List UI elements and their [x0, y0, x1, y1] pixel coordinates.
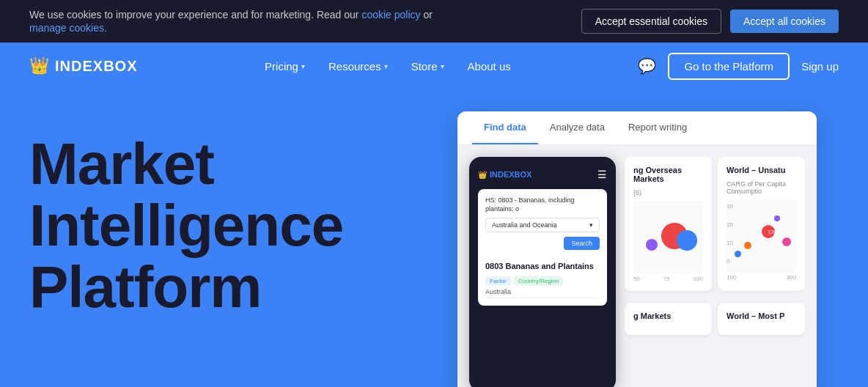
phone-body: HS: 0803 - Bananas, including plantains;…	[478, 189, 607, 306]
phone-row-australia: Australia	[485, 286, 600, 298]
chat-icon[interactable]: 💬	[638, 57, 656, 75]
logo-text: INDEXBOX	[55, 58, 137, 75]
x-label-75: 75	[663, 276, 670, 282]
scatter-chart: 30 20 10 0 China	[727, 199, 796, 273]
nav-link-about[interactable]: About us	[468, 60, 511, 73]
dot-blue	[735, 251, 741, 257]
about-label: About us	[468, 60, 511, 73]
platform-card: Find data Analyze data Report writing 👑 …	[457, 111, 817, 387]
platform-preview: Find data Analyze data Report writing 👑 …	[457, 111, 868, 387]
logo-index: INDEX	[55, 58, 103, 74]
phone-tag-country: Country/Region	[514, 276, 564, 286]
nav-item-store[interactable]: Store ▾	[411, 60, 444, 73]
hero-title-line3: Platform	[29, 254, 262, 320]
phone-header: 👑 INDEXBOX ☰	[478, 169, 607, 180]
y-label-10: 10	[727, 240, 733, 246]
cookie-policy-link[interactable]: cookie policy	[361, 9, 420, 21]
store-label: Store	[411, 60, 438, 73]
pricing-label: Pricing	[265, 60, 298, 73]
phone-region-text: Australia and Oceania	[492, 221, 557, 229]
charts-bottom-row: g Markets World – Most P	[625, 303, 805, 341]
manage-cookies-link[interactable]: manage cookies.	[29, 22, 581, 34]
dot-purple	[774, 215, 780, 221]
chart-title-markets: g Markets	[633, 312, 703, 320]
phone-mockup: 👑 INDEXBOX ☰ HS: 0803 - Bananas, includi…	[469, 157, 616, 387]
platform-content: 👑 INDEXBOX ☰ HS: 0803 - Bananas, includi…	[457, 145, 817, 387]
dot-orange	[744, 242, 751, 249]
cookie-text-before: We use cookies to improve your experienc…	[29, 9, 361, 21]
phone-tags: Factor Country/Region	[485, 276, 600, 286]
chart-subtitle-overseas: (6)	[633, 189, 703, 196]
y-label-30: 30	[727, 203, 733, 210]
chart-subtitle-world: CARG of Per Capita Consumptio	[727, 180, 796, 195]
phone-hs-label: HS: 0803 - Bananas, including plantains;…	[485, 196, 600, 213]
platform-tabs: Find data Analyze data Report writing	[457, 111, 817, 145]
hero-text: Market Intelligence Platform	[29, 133, 343, 318]
chart-bottom-left: g Markets	[625, 303, 712, 335]
logo-box: BOX	[103, 58, 137, 74]
tab-analyze-data[interactable]: Analyze data	[538, 111, 617, 144]
chevron-down-icon: ▾	[441, 62, 444, 70]
dot-pink	[782, 237, 791, 246]
bubble-purple	[646, 239, 658, 251]
x-label-100: 100	[727, 274, 736, 281]
chart-title-world: World – Unsatu	[727, 166, 796, 174]
hero-title-line1: Market	[29, 131, 214, 196]
charts-top-row: ng Overseas Markets (6) 50 75 100	[625, 157, 805, 297]
bubble-chart	[633, 201, 703, 274]
chart-world-unsatu: World – Unsatu CARG of Per Capita Consum…	[718, 157, 805, 291]
cookie-text-after: or	[423, 9, 432, 21]
tab-find-data[interactable]: Find data	[472, 111, 538, 144]
chart-title-overseas: ng Overseas Markets	[633, 166, 703, 183]
nav-links: Pricing ▾ Resources ▾ Store ▾ About us	[265, 60, 511, 73]
y-label-0: 0	[727, 258, 729, 265]
charts-area: ng Overseas Markets (6) 50 75 100	[625, 157, 805, 387]
logo[interactable]: 👑 INDEXBOX	[29, 56, 137, 75]
phone-tag-factor: Factor	[485, 276, 511, 286]
nav-right: 💬 Go to the Platform Sign up	[638, 53, 839, 80]
nav-link-pricing[interactable]: Pricing ▾	[265, 60, 305, 73]
phone-search-button[interactable]: Search	[564, 237, 600, 250]
accept-all-button[interactable]: Accept all cookies	[730, 10, 839, 33]
accept-essential-button[interactable]: Accept essential cookies	[581, 9, 721, 34]
x-label-100: 100	[694, 276, 703, 282]
resources-label: Resources	[328, 60, 381, 73]
china-label: China	[768, 229, 781, 235]
phone-logo-text: INDEXBOX	[490, 170, 532, 179]
cookie-text: We use cookies to improve your experienc…	[29, 9, 581, 34]
chevron-down-icon: ▾	[589, 221, 593, 229]
x-label-50: 50	[633, 276, 640, 282]
nav-link-resources[interactable]: Resources ▾	[328, 60, 388, 73]
y-label-20: 20	[727, 221, 733, 228]
chevron-down-icon: ▾	[384, 62, 388, 70]
hamburger-icon: ☰	[597, 169, 607, 180]
scatter-x-labels: 100 300	[727, 274, 796, 281]
nav-item-pricing[interactable]: Pricing ▾	[265, 60, 305, 73]
navbar: 👑 INDEXBOX Pricing ▾ Resources ▾ Store ▾	[0, 43, 868, 89]
chart-title-most-p: World – Most P	[727, 312, 796, 320]
nav-item-about[interactable]: About us	[468, 60, 511, 73]
bubble-blue	[677, 230, 697, 251]
cookie-buttons: Accept essential cookies Accept all cook…	[581, 9, 839, 34]
sign-up-button[interactable]: Sign up	[801, 60, 839, 73]
china-dot: China	[762, 225, 775, 238]
cookie-message: We use cookies to improve your experienc…	[29, 9, 433, 21]
go-to-platform-button[interactable]: Go to the Platform	[668, 53, 790, 80]
nav-item-resources[interactable]: Resources ▾	[328, 60, 388, 73]
phone-region-select[interactable]: Australia and Oceania ▾	[485, 218, 600, 232]
chart-bottom-right: World – Most P	[718, 303, 805, 335]
phone-product-title: 0803 Bananas and Plantains	[485, 262, 600, 270]
tab-report-writing[interactable]: Report writing	[617, 111, 699, 144]
logo-crown-icon: 👑	[29, 56, 49, 75]
x-label-300: 300	[787, 274, 796, 281]
cookie-banner: We use cookies to improve your experienc…	[0, 0, 868, 43]
chevron-down-icon: ▾	[301, 62, 305, 70]
phone-logo: 👑 INDEXBOX	[478, 170, 532, 179]
hero-title-line2: Intelligence	[29, 193, 343, 258]
hero-section: Market Intelligence Platform Find data A…	[0, 89, 868, 387]
nav-link-store[interactable]: Store ▾	[411, 60, 444, 73]
chart-overseas-markets: ng Overseas Markets (6) 50 75 100	[625, 157, 712, 291]
chart-x-labels: 50 75 100	[633, 276, 703, 282]
hero-title: Market Intelligence Platform	[29, 133, 343, 318]
